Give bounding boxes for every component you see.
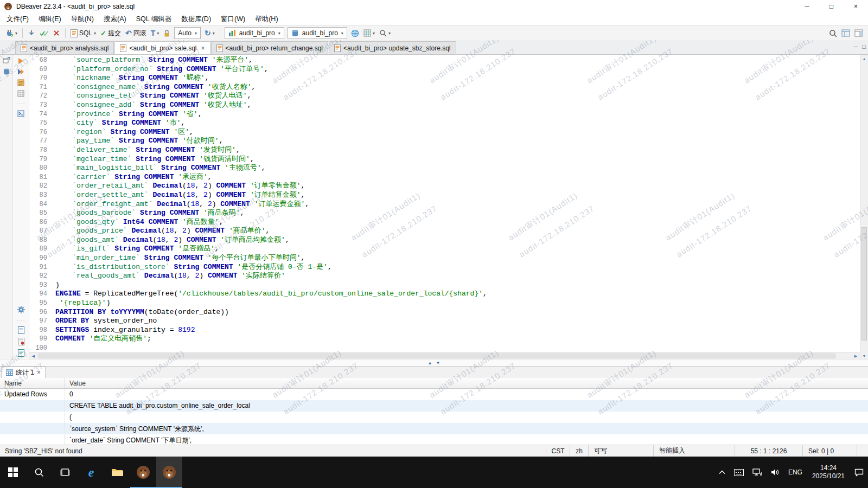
file-explorer-icon[interactable] bbox=[104, 457, 130, 488]
taskbar-search-icon[interactable] bbox=[26, 457, 52, 488]
vertical-scrollbar[interactable]: ▲ ▼ bbox=[860, 55, 868, 359]
speaker-icon[interactable] bbox=[767, 457, 784, 488]
cell-value[interactable]: `source_system` String COMMENT '来源系统', bbox=[65, 423, 868, 434]
tab-sale-sql[interactable]: <audit_bi_pro> sale.sql × bbox=[114, 41, 210, 54]
grid-row[interactable]: `source_system` String COMMENT '来源系统', bbox=[0, 423, 868, 434]
search-button[interactable]: ▾ bbox=[377, 27, 393, 40]
tab-return-change-sql[interactable]: <audit_bi_pro> return_change.sql bbox=[211, 41, 328, 54]
execute-statement-icon[interactable] bbox=[17, 57, 24, 65]
status-writable[interactable]: 可写 bbox=[588, 445, 653, 457]
quick-search-button[interactable] bbox=[827, 27, 839, 40]
log-doc-icon[interactable] bbox=[18, 338, 24, 345]
cell-value[interactable]: CREATE TABLE audit_bi_pro.custom_online_… bbox=[65, 400, 868, 412]
database-select[interactable]: audit_bi_pro ▾ bbox=[288, 27, 347, 39]
status-selection: Sel: 0 | 0 bbox=[802, 445, 857, 457]
menu-item[interactable]: 文件(F) bbox=[2, 15, 34, 24]
grid-row[interactable]: ( bbox=[0, 412, 868, 423]
start-button[interactable] bbox=[0, 457, 26, 488]
toolbar-overflow-button[interactable] bbox=[852, 27, 865, 40]
scroll-down-icon[interactable]: ▼ bbox=[860, 352, 868, 359]
dbeaver-taskbar-icon-2[interactable] bbox=[156, 457, 182, 488]
cell-value[interactable]: 0 bbox=[65, 389, 868, 400]
menu-item[interactable]: 数据库(D) bbox=[176, 15, 216, 24]
rollback-button[interactable]: ↶ 回滚 bbox=[123, 27, 149, 40]
scroll-right-icon[interactable]: ▶ bbox=[852, 352, 860, 359]
vscroll-thumb[interactable] bbox=[861, 227, 867, 340]
network-icon[interactable] bbox=[748, 457, 767, 488]
tab-statistics[interactable]: 统计 1 × bbox=[1, 367, 46, 378]
cell-value[interactable]: ( bbox=[65, 412, 868, 423]
tab-analysis-sql[interactable]: <audit_bi_pro> analysis.sql bbox=[15, 41, 114, 54]
status-caret-position[interactable]: 55 : 1 : 2126 bbox=[735, 445, 802, 457]
sash-up-icon[interactable]: ▲ bbox=[428, 361, 432, 365]
cell-name[interactable] bbox=[0, 412, 65, 423]
language-indicator[interactable]: ENG bbox=[784, 457, 807, 488]
connect-button[interactable] bbox=[25, 27, 37, 40]
edge-browser-icon[interactable]: e bbox=[78, 457, 104, 488]
vscroll-track[interactable] bbox=[860, 62, 868, 352]
network-settings-button[interactable] bbox=[349, 27, 361, 40]
maximize-window-button[interactable]: □ bbox=[819, 0, 844, 13]
cell-name[interactable] bbox=[0, 434, 65, 445]
new-connection-button[interactable]: ▾ bbox=[3, 27, 20, 40]
grid-row[interactable]: CREATE TABLE audit_bi_pro.custom_online_… bbox=[0, 400, 868, 412]
cell-value[interactable]: `order_date` String COMMENT '下单日期', bbox=[65, 434, 868, 445]
commit-mode-select[interactable]: Auto ▾ bbox=[174, 27, 201, 39]
tab-update-sbz-store-sql[interactable]: <audit_bi_pro> update_sbz_store.sql bbox=[329, 41, 456, 54]
analyze-grid-icon[interactable] bbox=[17, 90, 24, 97]
menu-item[interactable]: SQL 编辑器 bbox=[131, 15, 177, 24]
hscroll-thumb[interactable] bbox=[39, 354, 835, 358]
connection-select[interactable]: audit_bi_pro ▾ bbox=[225, 27, 284, 39]
open-perspective-button[interactable] bbox=[839, 27, 852, 40]
scroll-up-icon[interactable]: ▲ bbox=[860, 55, 868, 62]
tray-chevron-up-icon[interactable] bbox=[714, 457, 730, 488]
minimize-panel-icon[interactable]: ─ bbox=[854, 43, 858, 50]
transaction-log-button[interactable]: T ▾ bbox=[149, 27, 162, 40]
column-header-value[interactable]: Value bbox=[65, 378, 868, 388]
hscroll-track[interactable] bbox=[37, 352, 852, 359]
database-navigator-icon[interactable] bbox=[3, 68, 10, 75]
restore-panel-icon[interactable] bbox=[3, 57, 10, 63]
action-center-icon[interactable] bbox=[850, 457, 868, 488]
menu-item[interactable]: 窗口(W) bbox=[216, 15, 250, 24]
cell-name[interactable]: Updated Rows bbox=[0, 389, 65, 400]
query-history-button[interactable]: ↻ ▾ bbox=[202, 27, 217, 40]
tab-close-icon[interactable]: × bbox=[37, 369, 41, 376]
cell-name[interactable] bbox=[0, 400, 65, 412]
code-text: `is_gift` String COMMENT '是否赠品', bbox=[55, 245, 219, 254]
tab-close-icon[interactable]: × bbox=[201, 44, 205, 52]
schema-compare-button[interactable]: ▾ bbox=[361, 27, 377, 40]
close-window-button[interactable]: × bbox=[844, 0, 868, 13]
task-view-icon[interactable] bbox=[52, 457, 78, 488]
commit-pending-button[interactable] bbox=[37, 27, 50, 40]
touch-keyboard-icon[interactable] bbox=[730, 457, 748, 488]
column-header-name[interactable]: Name bbox=[0, 378, 65, 388]
explain-plan-icon[interactable] bbox=[17, 79, 24, 86]
script-doc-icon[interactable] bbox=[18, 349, 24, 357]
grid-row[interactable]: Updated Rows0 bbox=[0, 389, 868, 400]
output-doc-icon[interactable] bbox=[18, 326, 24, 334]
menu-item[interactable]: 导航(N) bbox=[66, 15, 99, 24]
code-lines[interactable]: 68 `source_platform` String COMMENT '来源平… bbox=[29, 55, 860, 352]
menu-item[interactable]: 编辑(E) bbox=[34, 15, 66, 24]
scroll-left-icon[interactable]: ◀ bbox=[29, 352, 37, 359]
commit-button[interactable]: ✓ 提交 bbox=[98, 27, 123, 40]
dbeaver-taskbar-icon-1[interactable] bbox=[130, 457, 156, 488]
sash-down-icon[interactable]: ▼ bbox=[436, 361, 441, 365]
settings-gear-icon[interactable] bbox=[17, 306, 25, 313]
maximize-panel-icon[interactable]: □ bbox=[862, 43, 866, 50]
taskbar-clock[interactable]: 14:24 2025/10/21 bbox=[807, 457, 850, 488]
console-icon[interactable] bbox=[17, 110, 24, 117]
minimize-window-button[interactable]: ─ bbox=[795, 0, 819, 13]
open-sql-editor-button[interactable]: SQL ▾ bbox=[68, 27, 98, 40]
menu-item[interactable]: 帮助(H) bbox=[250, 15, 283, 24]
menu-item[interactable]: 搜索(A) bbox=[99, 15, 131, 24]
cell-name[interactable] bbox=[0, 423, 65, 434]
panel-sash[interactable]: ▲ ▼ bbox=[0, 359, 868, 366]
grid-row[interactable]: `order_date` String COMMENT '下单日期', bbox=[0, 434, 868, 445]
execute-script-icon[interactable] bbox=[17, 68, 24, 75]
disconnect-button[interactable] bbox=[50, 27, 62, 40]
lock-button[interactable] bbox=[161, 27, 173, 40]
status-insert-mode[interactable]: 智能插入 bbox=[653, 445, 735, 457]
horizontal-scrollbar[interactable]: ◀ ▶ bbox=[29, 352, 860, 359]
